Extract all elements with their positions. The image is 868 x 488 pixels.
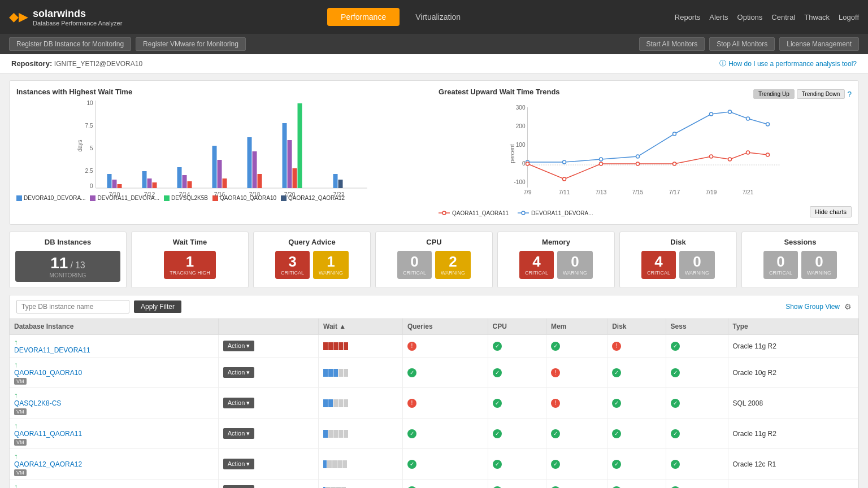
- table-section: Apply Filter Show Group View ⚙ Database …: [9, 295, 859, 488]
- wait-qaora11: [319, 419, 403, 449]
- metric-sessions-title: Sessions: [748, 238, 853, 246]
- col-action: [218, 319, 318, 335]
- metric-disk: Disk 4 CRITICAL 0 WARNING: [619, 232, 737, 288]
- nav-central[interactable]: Central: [771, 13, 795, 21]
- metric-query-advice-title: Query Advice: [259, 238, 364, 246]
- logo-area: ◆▶ solarwinds Database Performance Analy…: [9, 8, 122, 27]
- db-name-devora11: ↑ DEVORA11_DEVORA11: [10, 335, 218, 358]
- db-link-qasql[interactable]: QASQL2K8-CS: [14, 399, 214, 407]
- svg-point-49: [710, 112, 713, 116]
- nav-links: Reports Alerts Options Central Thwack Lo…: [675, 13, 859, 21]
- db-link-qaora10[interactable]: QAORA10_QAORA10: [14, 369, 214, 377]
- wait-time-critical-value: 1: [170, 254, 210, 269]
- wait-time-critical-label: TRACKING HIGH: [170, 270, 210, 276]
- ok-icon: ✓: [493, 486, 502, 489]
- disk-qaora10: ✓: [607, 358, 666, 388]
- vm-badge: VM: [14, 378, 27, 385]
- svg-rect-12: [147, 178, 152, 188]
- nav-logoff[interactable]: Logoff: [839, 13, 859, 21]
- help-link[interactable]: ⓘ How do I use a performance analysis to…: [719, 59, 857, 68]
- nav-options[interactable]: Options: [737, 13, 763, 21]
- metric-sessions: Sessions 0 CRITICAL 0 WARNING: [741, 232, 859, 288]
- table-row: ↑ YAMAHA_50000 Action ▾: [10, 480, 858, 489]
- up-arrow-icon: ↑: [14, 360, 18, 369]
- queries-devora11: !: [402, 335, 488, 358]
- apply-filter-btn[interactable]: Apply Filter: [134, 300, 181, 313]
- svg-point-54: [563, 177, 566, 181]
- type-qaora10: Oracle 10g R2: [728, 358, 858, 388]
- ok-icon: ✓: [612, 399, 621, 408]
- ok-icon: ✓: [493, 399, 502, 408]
- action-btn-devora11[interactable]: Action ▾: [223, 341, 255, 351]
- db-link-qaora11[interactable]: QAORA11_QAORA11: [14, 430, 214, 438]
- warn-icon: !: [612, 342, 621, 351]
- start-monitors-btn[interactable]: Start All Monitors: [639, 37, 705, 51]
- metric-disk-values: 4 CRITICAL 0 WARNING: [626, 251, 731, 279]
- sub-btns-right: Start All Monitors Stop All Monitors Lic…: [639, 37, 860, 51]
- disk-warning-label: WARNING: [685, 270, 709, 276]
- nav-performance-btn[interactable]: Performance: [327, 8, 400, 26]
- query-advice-critical-label: CRITICAL: [281, 270, 304, 276]
- svg-rect-9: [112, 180, 117, 188]
- cpu-qaora12: ✓: [488, 449, 546, 480]
- action-btn-qaora12[interactable]: Action ▾: [223, 459, 255, 469]
- ok-icon: ✓: [407, 429, 416, 438]
- svg-rect-23: [283, 123, 287, 188]
- metric-wait-time-values: 1 TRACKING HIGH: [137, 251, 242, 279]
- db-link-qaora12[interactable]: QAORA12_QAORA12: [14, 460, 214, 468]
- wait-bar-qaora11: [323, 430, 398, 438]
- disk-qaora11: ✓: [607, 419, 666, 449]
- chart-right-legend: QAORA11_QAORA11 DEVORA11_DEVORA...: [439, 210, 593, 216]
- svg-point-56: [636, 162, 640, 165]
- sessions-critical-value: 0: [769, 254, 792, 269]
- chart-help-icon[interactable]: ?: [847, 90, 852, 99]
- svg-text:7/11: 7/11: [559, 189, 570, 195]
- settings-icon[interactable]: ⚙: [844, 302, 852, 311]
- filter-input[interactable]: [16, 300, 129, 313]
- svg-text:0: 0: [90, 183, 93, 189]
- svg-text:7/17: 7/17: [669, 189, 680, 195]
- ok-icon: ✓: [612, 486, 621, 489]
- metric-sessions-values: 0 CRITICAL 0 WARNING: [748, 251, 853, 279]
- svg-rect-21: [253, 151, 257, 188]
- action-btn-qaora11[interactable]: Action ▾: [223, 428, 255, 439]
- nav-thwack[interactable]: Thwack: [804, 13, 830, 21]
- metric-wait-time-title: Wait Time: [137, 238, 242, 246]
- action-btn-qasql[interactable]: Action ▾: [223, 398, 255, 408]
- wait-bar-qasql: [323, 399, 398, 407]
- action-btn-qaora10[interactable]: Action ▾: [223, 367, 255, 378]
- mem-yamaha: ✓: [546, 480, 607, 489]
- metric-memory-title: Memory: [504, 238, 609, 246]
- db-link-devora11[interactable]: DEVORA11_DEVORA11: [14, 346, 214, 354]
- action-btn-yamaha[interactable]: Action ▾: [223, 485, 255, 488]
- memory-critical-box: 4 CRITICAL: [519, 251, 554, 279]
- svg-point-55: [600, 162, 603, 165]
- show-group-link[interactable]: Show Group View: [785, 303, 840, 311]
- table-row: ↑ QAORA11_QAORA11 VM Action ▾: [10, 419, 858, 449]
- hide-charts-btn[interactable]: Hide charts: [810, 206, 852, 217]
- stop-monitors-btn[interactable]: Stop All Monitors: [709, 37, 775, 51]
- svg-text:7/13: 7/13: [596, 189, 607, 195]
- license-mgmt-btn[interactable]: License Management: [779, 37, 859, 51]
- bar-chart-svg: 10 7.5 5 2.5 0 days: [33, 101, 429, 191]
- register-db-btn[interactable]: Register DB Instance for Monitoring: [9, 37, 131, 51]
- svg-rect-16: [188, 181, 192, 188]
- svg-text:7.5: 7.5: [85, 123, 93, 129]
- nav-alerts[interactable]: Alerts: [709, 13, 728, 21]
- trending-up-btn[interactable]: Trending Up: [753, 89, 795, 99]
- warn-icon: !: [407, 342, 416, 351]
- trending-down-btn[interactable]: Trending Down: [797, 89, 845, 99]
- queries-qaora10: ✓: [402, 358, 488, 388]
- svg-text:7/16: 7/16: [214, 191, 225, 198]
- query-advice-warning-label: WARNING: [319, 270, 343, 276]
- metric-disk-title: Disk: [626, 238, 731, 246]
- svg-point-50: [728, 110, 732, 114]
- mem-qaora12: ✓: [546, 449, 607, 480]
- nav-reports[interactable]: Reports: [675, 13, 701, 21]
- action-qaora11: Action ▾: [218, 419, 318, 449]
- help-text[interactable]: How do I use a performance analysis tool…: [728, 60, 857, 68]
- nav-virtualization-btn[interactable]: Virtualization: [406, 8, 470, 26]
- register-vmware-btn[interactable]: Register VMware for Monitoring: [136, 37, 246, 51]
- ok-icon: ✓: [671, 399, 680, 408]
- cpu-qasql: ✓: [488, 388, 546, 419]
